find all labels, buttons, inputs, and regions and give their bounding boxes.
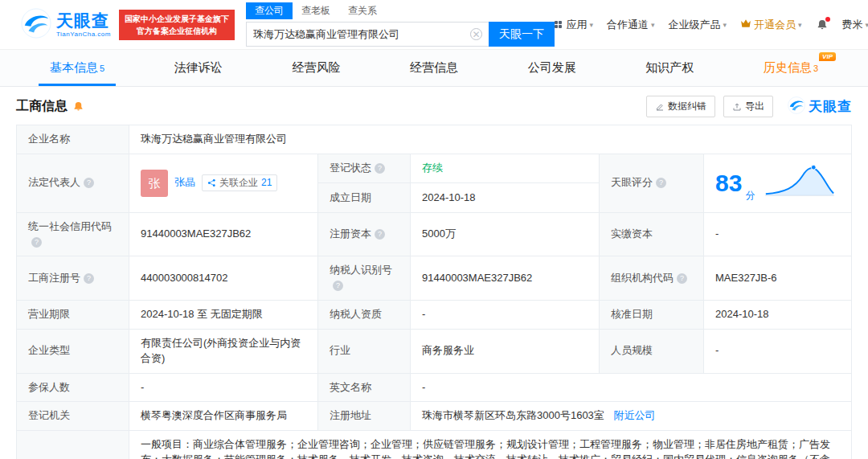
- help-icon[interactable]: ?: [656, 178, 666, 188]
- tab-business-operation[interactable]: 经营信息: [399, 50, 469, 86]
- help-icon[interactable]: ?: [375, 163, 385, 174]
- tab-legal-proceedings[interactable]: 法律诉讼: [163, 50, 234, 86]
- legal-rep-avatar[interactable]: 张: [141, 170, 168, 197]
- tab-business-risk[interactable]: 经营风险: [280, 50, 351, 86]
- logo-text-en: TianYanCha.com: [56, 31, 111, 38]
- field-value-staff-size: -: [704, 329, 852, 373]
- search-input[interactable]: [253, 28, 470, 40]
- help-icon[interactable]: ?: [31, 237, 42, 248]
- help-icon[interactable]: ?: [677, 273, 687, 284]
- field-label-insured-count: 参保人数: [17, 373, 129, 402]
- field-label-business-scope: 经营范围?: [17, 431, 129, 459]
- nav-open-membership[interactable]: 开通会员 ▾: [740, 18, 802, 32]
- field-label-reg-number: 工商注册号?: [17, 256, 129, 301]
- field-label-score: 天眼评分?: [600, 154, 704, 212]
- tab-count: 3: [813, 64, 818, 73]
- field-label-reg-status: 登记状态?: [318, 154, 411, 182]
- section-title: 工商信息: [16, 98, 68, 115]
- help-icon[interactable]: ?: [333, 281, 343, 291]
- table-row: 登记机关 横琴粤澳深度合作区商事服务局 注册地址 珠海市横琴新区环岛东路3000…: [17, 402, 852, 431]
- monitor-bell-icon[interactable]: [72, 100, 84, 113]
- notification-bell-icon[interactable]: [816, 18, 829, 31]
- tianyancha-logo[interactable]: 天眼查 TianYanCha.com: [21, 8, 111, 41]
- search-tab-company[interactable]: 查公司: [246, 2, 293, 19]
- help-icon[interactable]: ?: [84, 178, 94, 188]
- related-companies-chip[interactable]: 关联企业 21: [202, 174, 277, 191]
- chevron-down-icon: ▾: [723, 21, 727, 29]
- field-value-insured-count: -: [129, 373, 318, 402]
- tab-intellectual-property[interactable]: 知识产权: [634, 50, 705, 86]
- field-value-company-type: 有限责任公司(外商投资企业与内资合资): [129, 329, 318, 373]
- field-label-business-term: 营业期限: [17, 301, 129, 330]
- field-value-reg-capital: 5000万: [411, 212, 600, 256]
- field-value-reg-address: 珠海市横琴新区环岛东路3000号1603室 附近公司: [411, 402, 852, 431]
- field-label-paid-capital: 实缴资本: [600, 212, 704, 256]
- company-section-tabs: 基本信息5 法律诉讼 经营风险 经营信息 公司发展 知识产权 历史信息3 VIP: [0, 50, 868, 87]
- crown-icon: [740, 18, 751, 31]
- apps-grid-icon: [555, 21, 563, 29]
- tianyancha-logo-icon: [21, 8, 51, 41]
- search-button[interactable]: 天眼一下: [489, 22, 555, 47]
- field-label-approval-date: 核准日期: [600, 301, 704, 330]
- field-label-company-name: 企业名称: [17, 125, 129, 154]
- table-row: 企业名称 珠海万达稳赢商业管理有限公司: [17, 125, 852, 154]
- chevron-down-icon: ▾: [866, 21, 868, 29]
- chevron-down-icon: ▾: [651, 21, 655, 29]
- logo-text-cn: 天眼查: [56, 11, 111, 30]
- nearby-companies-link[interactable]: 附近公司: [613, 409, 655, 421]
- tab-count: 5: [100, 64, 104, 73]
- edit-icon: [655, 102, 665, 112]
- top-navigation: 应用 ▾ 合作通道 ▾ 企业级产品 ▾ 开通会员 ▾ 费米 ▾: [555, 18, 868, 32]
- data-correction-button[interactable]: 数据纠错: [646, 96, 715, 117]
- help-icon[interactable]: ?: [375, 229, 385, 240]
- nav-apps[interactable]: 应用 ▾: [555, 18, 593, 32]
- relation-graph-icon: [207, 178, 216, 187]
- field-value-taxpayer-id: 91440003MAE327JB62: [411, 256, 600, 301]
- vip-badge: VIP: [819, 52, 836, 61]
- search-type-tabs: 查公司 查老板 查关系: [246, 2, 555, 19]
- business-info-header: 工商信息 数据纠错 导出: [0, 87, 868, 125]
- field-label-org-code: 组织机构代码?: [600, 256, 704, 301]
- top-bar: 天眼查 TianYanCha.com 国家中小企业发展子基金旗下 官方备案企业征…: [0, 0, 868, 50]
- table-row: 统一社会信用代码? 91440003MAE327JB62 注册资本? 5000万…: [17, 212, 852, 256]
- search-box: ✕: [246, 22, 489, 47]
- tab-history-info[interactable]: 历史信息3 VIP: [752, 50, 829, 86]
- gov-certification-badge: 国家中小企业发展子基金旗下 官方备案企业征信机构: [119, 10, 235, 40]
- field-value-org-code: MAE327JB-6: [704, 256, 852, 301]
- nav-user-account[interactable]: 费米 ▾: [842, 18, 868, 32]
- field-label-reg-authority: 登记机关: [17, 402, 129, 431]
- search-tab-relation[interactable]: 查关系: [339, 2, 386, 19]
- field-value-approval-date: 2024-10-18: [704, 301, 852, 330]
- field-label-english-name: 英文名称: [318, 373, 411, 402]
- field-value-taxpayer-quality: -: [411, 301, 600, 330]
- field-value-company-name: 珠海万达稳赢商业管理有限公司: [129, 125, 852, 154]
- search-tab-boss[interactable]: 查老板: [293, 2, 339, 19]
- legal-rep-name-link[interactable]: 张晶: [174, 175, 195, 191]
- table-row: 经营范围? 一般项目：商业综合体管理服务；企业管理咨询；企业管理；供应链管理服务…: [17, 431, 852, 459]
- tab-basic-info[interactable]: 基本信息5: [39, 50, 116, 86]
- help-icon[interactable]: ?: [84, 273, 94, 284]
- field-label-taxpayer-id: 纳税人识别号?: [318, 256, 411, 301]
- chevron-down-icon: ▾: [589, 21, 593, 29]
- clear-search-icon[interactable]: ✕: [470, 28, 482, 40]
- search-area: 查公司 查老板 查关系 ✕ 天眼一下: [246, 2, 555, 47]
- nav-cooperation[interactable]: 合作通道 ▾: [607, 18, 655, 32]
- field-value-reg-status: 存续: [411, 154, 600, 182]
- export-button[interactable]: 导出: [723, 96, 773, 117]
- tab-company-development[interactable]: 公司发展: [517, 50, 588, 86]
- field-value-paid-capital: -: [704, 212, 852, 256]
- field-value-legal-rep: 张 张晶 关联企业 21: [129, 154, 318, 212]
- field-label-industry: 行业: [318, 329, 411, 373]
- field-value-est-date: 2024-10-18: [411, 183, 600, 212]
- field-value-industry: 商务服务业: [411, 329, 600, 373]
- nav-enterprise-products[interactable]: 企业级产品 ▾: [668, 18, 727, 32]
- table-row: 参保人数 - 英文名称 -: [17, 373, 852, 402]
- score-value: 83: [715, 171, 742, 195]
- field-value-english-name: -: [411, 373, 852, 402]
- field-value-business-scope: 一般项目：商业综合体管理服务；企业管理咨询；企业管理；供应链管理服务；规划设计管…: [129, 431, 852, 459]
- notification-dot: [825, 17, 830, 22]
- chevron-down-icon: ▾: [798, 21, 802, 29]
- field-value-business-term: 2024-10-18 至 无固定期限: [129, 301, 318, 330]
- field-value-score: 83 分: [704, 154, 852, 212]
- field-label-credit-code: 统一社会信用代码?: [17, 212, 129, 256]
